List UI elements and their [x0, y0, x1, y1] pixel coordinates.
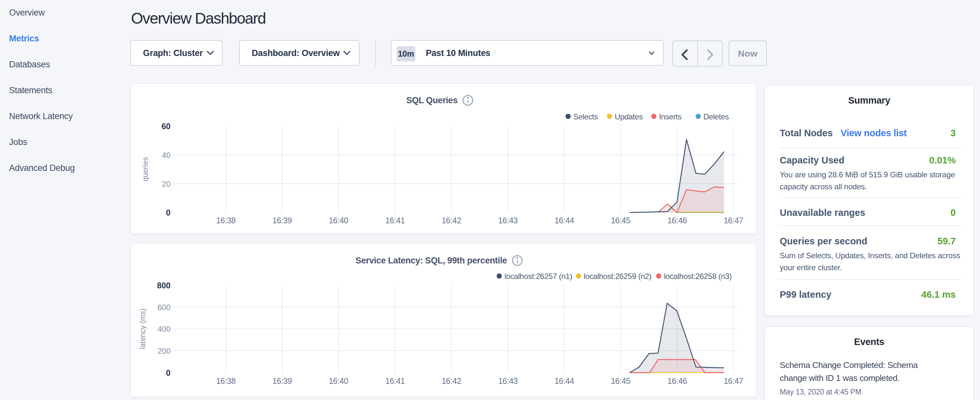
svg-text:16:46: 16:46 [667, 216, 687, 225]
svg-text:16:44: 16:44 [555, 216, 574, 225]
svg-text:16:47: 16:47 [724, 376, 743, 386]
svg-text:16:44: 16:44 [555, 376, 574, 386]
svg-text:Inserts: Inserts [659, 112, 682, 121]
svg-text:localhost:26257 (n1): localhost:26257 (n1) [504, 272, 572, 280]
svg-text:200: 200 [158, 347, 170, 355]
svg-text:16:46: 16:46 [667, 376, 687, 386]
svg-text:queries: queries [141, 157, 150, 181]
svg-text:localhost:26258 (n3): localhost:26258 (n3) [664, 272, 732, 280]
svg-text:latency (ms): latency (ms) [138, 308, 147, 349]
svg-text:16:39: 16:39 [272, 216, 292, 225]
svg-text:16:39: 16:39 [272, 376, 292, 386]
svg-text:0: 0 [166, 208, 170, 217]
svg-text:Service Latency: SQL, 99th per: Service Latency: SQL, 99th percentile [356, 256, 507, 265]
svg-text:16:42: 16:42 [442, 376, 461, 386]
svg-text:400: 400 [158, 325, 170, 333]
svg-text:16:40: 16:40 [329, 376, 348, 386]
svg-text:0: 0 [166, 368, 170, 377]
svg-text:600: 600 [158, 303, 170, 312]
svg-text:Selects: Selects [573, 112, 598, 121]
svg-text:16:43: 16:43 [498, 216, 518, 225]
svg-text:16:38: 16:38 [216, 216, 235, 225]
svg-text:800: 800 [157, 281, 170, 290]
svg-text:60: 60 [161, 122, 170, 131]
svg-text:16:41: 16:41 [385, 216, 405, 225]
svg-text:16:47: 16:47 [724, 216, 743, 225]
svg-text:16:42: 16:42 [442, 216, 461, 225]
svg-text:localhost:26259 (n2): localhost:26259 (n2) [584, 272, 651, 280]
svg-text:16:43: 16:43 [498, 376, 518, 386]
svg-text:16:45: 16:45 [611, 376, 630, 386]
svg-text:Updates: Updates [615, 112, 643, 121]
svg-text:Deletes: Deletes [703, 112, 729, 121]
svg-text:40: 40 [162, 151, 170, 159]
svg-text:16:41: 16:41 [385, 376, 405, 386]
svg-text:16:40: 16:40 [329, 216, 348, 225]
svg-text:16:38: 16:38 [216, 376, 235, 386]
svg-text:16:45: 16:45 [611, 216, 630, 225]
svg-text:20: 20 [162, 180, 170, 188]
svg-text:SQL Queries: SQL Queries [406, 96, 458, 105]
